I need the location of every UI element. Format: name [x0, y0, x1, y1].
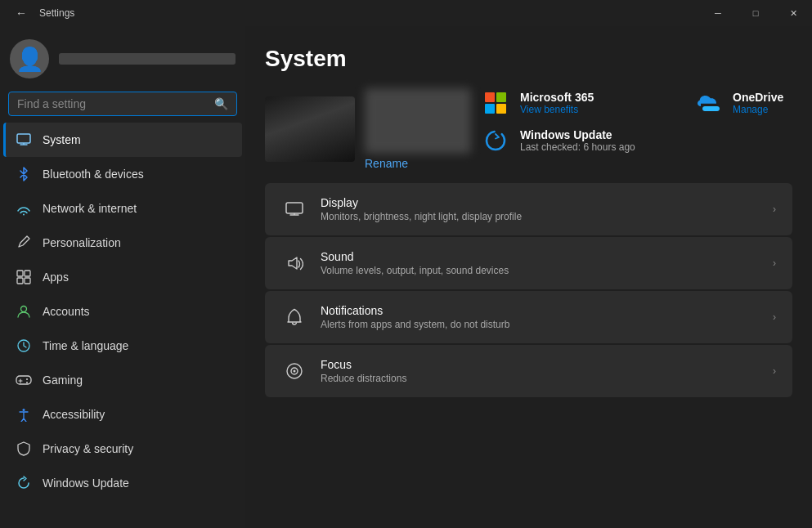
sidebar-item-accounts-label: Accounts: [43, 305, 90, 318]
top-cards: Microsoft 365 View benefits OneDrive Man…: [481, 88, 812, 118]
svg-rect-7: [25, 278, 30, 284]
sidebar-item-gaming[interactable]: Gaming: [3, 363, 242, 397]
app-body: 👤 🔍 System Bluetooth & devices: [0, 26, 812, 528]
sidebar-item-apps-label: Apps: [43, 271, 69, 284]
sidebar: 👤 🔍 System Bluetooth & devices: [0, 26, 245, 528]
winupdate-icon: [481, 126, 510, 155]
search-icon: 🔍: [214, 97, 228, 110]
settings-list: Display Monitors, brightness, night ligh…: [265, 183, 792, 397]
svg-rect-15: [286, 203, 303, 213]
settings-item-notifications[interactable]: Notifications Alerts from apps and syste…: [265, 291, 792, 343]
sidebar-item-system-label: System: [43, 133, 81, 146]
svg-point-12: [26, 382, 28, 383]
onedrive-title: OneDrive: [733, 91, 783, 104]
rename-link[interactable]: Rename: [365, 157, 471, 170]
svg-marker-18: [289, 257, 297, 269]
svg-rect-5: [25, 271, 30, 276]
notifications-chevron: ›: [773, 311, 776, 323]
settings-item-display[interactable]: Display Monitors, brightness, night ligh…: [265, 183, 792, 235]
profile-name-bar: [59, 53, 236, 65]
svg-point-8: [21, 307, 27, 312]
right-cards: Microsoft 365 View benefits OneDrive Man…: [481, 88, 812, 155]
onedrive-subtitle[interactable]: Manage: [733, 104, 783, 115]
sidebar-item-privacy-label: Privacy & security: [43, 442, 133, 455]
sidebar-item-update-label: Windows Update: [43, 477, 129, 490]
focus-chevron: ›: [773, 365, 776, 377]
app-title: Settings: [39, 7, 74, 19]
notifications-icon: [281, 304, 307, 330]
focus-icon: [281, 358, 307, 384]
winupdate-subtitle: Last checked: 6 hours ago: [520, 141, 635, 153]
sidebar-item-system[interactable]: System: [3, 123, 242, 157]
sound-chevron: ›: [773, 257, 776, 269]
winupdate-title: Windows Update: [520, 128, 635, 141]
focus-text: Focus Reduce distractions: [321, 358, 773, 384]
cards-row: Rename: [265, 88, 792, 170]
onedrive-icon: [693, 88, 723, 118]
ms365-icon: [481, 88, 510, 118]
pc-card: Rename: [265, 88, 471, 170]
ms365-cell-green: [496, 92, 506, 102]
sound-icon: [281, 250, 307, 276]
display-icon: [281, 196, 307, 222]
accessibility-icon: [15, 405, 33, 423]
notifications-desc: Alerts from apps and system, do not dist…: [321, 319, 773, 330]
ms365-subtitle[interactable]: View benefits: [520, 104, 594, 115]
sound-text: Sound Volume levels, output, input, soun…: [321, 250, 773, 276]
sidebar-item-accounts[interactable]: Accounts: [3, 294, 242, 329]
search-box[interactable]: 🔍: [8, 92, 237, 116]
focus-title: Focus: [321, 358, 773, 371]
pc-image: [265, 96, 355, 162]
microsoft365-card[interactable]: Microsoft 365 View benefits: [481, 88, 677, 118]
nav-list: System Bluetooth & devices Network & int…: [0, 123, 245, 500]
sidebar-item-accessibility[interactable]: Accessibility: [3, 397, 242, 432]
ms365-text: Microsoft 365 View benefits: [520, 91, 594, 115]
pc-image-inner: [265, 96, 355, 162]
sidebar-item-network[interactable]: Network & internet: [3, 191, 242, 226]
winupdate-text: Windows Update Last checked: 6 hours ago: [520, 128, 635, 153]
search-input[interactable]: [17, 97, 208, 110]
windows-update-card[interactable]: Windows Update Last checked: 6 hours ago: [481, 126, 812, 155]
display-chevron: ›: [773, 204, 776, 215]
close-button[interactable]: ✕: [774, 0, 812, 26]
sidebar-item-update[interactable]: Windows Update: [3, 466, 242, 500]
settings-item-sound[interactable]: Sound Volume levels, output, input, soun…: [265, 237, 792, 289]
minimize-button[interactable]: ─: [699, 0, 737, 26]
sidebar-item-personalization[interactable]: Personalization: [3, 226, 242, 260]
sidebar-item-time[interactable]: Time & language: [3, 329, 242, 363]
svg-point-11: [26, 378, 28, 380]
maximize-button[interactable]: □: [737, 0, 774, 26]
titlebar: ← Settings ─ □ ✕: [0, 0, 812, 26]
ms365-title: Microsoft 365: [520, 91, 594, 104]
bluetooth-icon: [15, 165, 33, 183]
personalization-icon: [15, 234, 33, 252]
sidebar-item-bluetooth[interactable]: Bluetooth & devices: [3, 157, 242, 191]
svg-point-3: [23, 214, 25, 216]
back-button[interactable]: ←: [10, 2, 33, 25]
page-title: System: [265, 46, 792, 72]
settings-item-focus[interactable]: Focus Reduce distractions ›: [265, 345, 792, 397]
svg-rect-10: [16, 376, 31, 384]
sidebar-item-bluetooth-label: Bluetooth & devices: [43, 168, 144, 181]
sidebar-item-privacy[interactable]: Privacy & security: [3, 432, 242, 466]
ms365-cell-yellow: [496, 104, 506, 114]
network-icon: [15, 199, 33, 217]
sidebar-item-network-label: Network & internet: [43, 202, 137, 215]
privacy-icon: [15, 440, 33, 458]
accounts-icon: [15, 302, 33, 320]
onedrive-card[interactable]: OneDrive Manage: [693, 88, 812, 118]
avatar: 👤: [10, 39, 49, 78]
display-title: Display: [321, 196, 773, 209]
titlebar-controls: ─ □ ✕: [699, 0, 812, 26]
svg-rect-6: [17, 278, 23, 284]
svg-point-21: [294, 370, 296, 373]
system-icon: [15, 131, 33, 149]
sidebar-item-apps[interactable]: Apps: [3, 260, 242, 294]
focus-desc: Reduce distractions: [321, 373, 773, 384]
time-icon: [15, 337, 33, 355]
display-desc: Monitors, brightness, night light, displ…: [321, 211, 773, 222]
sound-title: Sound: [321, 250, 773, 263]
sidebar-item-gaming-label: Gaming: [43, 374, 83, 387]
ms365-cell-red: [485, 92, 495, 102]
sound-desc: Volume levels, output, input, sound devi…: [321, 265, 773, 276]
